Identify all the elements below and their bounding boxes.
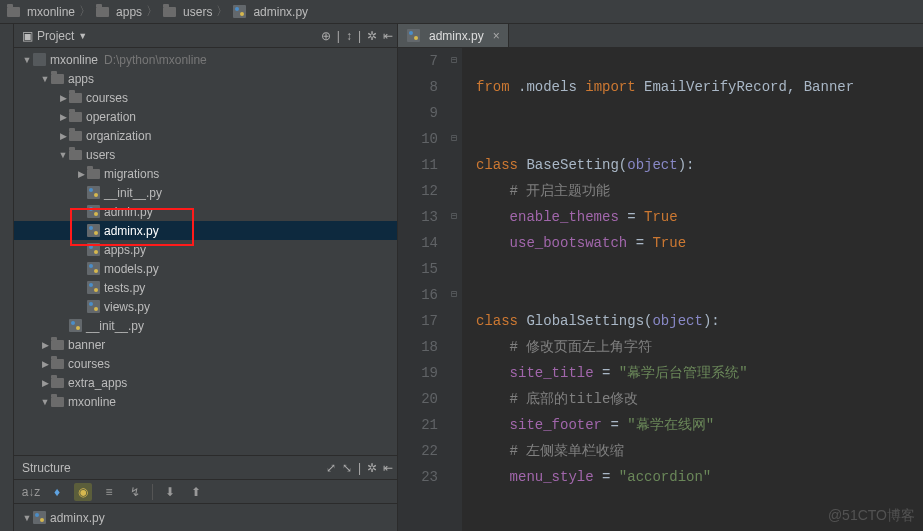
py-icon: [86, 243, 100, 256]
show-inherited-icon[interactable]: ≡: [100, 483, 118, 501]
tree-item-users[interactable]: ▼users: [14, 145, 397, 164]
folder-icon: [50, 338, 64, 351]
autoscroll-icon[interactable]: ↯: [126, 483, 144, 501]
tree-item-admin.py[interactable]: admin.py: [14, 202, 397, 221]
chevron-icon[interactable]: ▶: [58, 131, 68, 141]
project-title[interactable]: Project: [37, 29, 74, 43]
chevron-icon[interactable]: ▶: [58, 112, 68, 122]
tree-item-operation[interactable]: ▶operation: [14, 107, 397, 126]
tree-item-label: courses: [68, 357, 110, 371]
editor-tab-bar: adminx.py ×: [398, 24, 923, 48]
upload-icon[interactable]: ⬆: [187, 483, 205, 501]
line-number-gutter: 7 8 9 10 11 12 13 14 15 16 17 18 19 20 2…: [398, 48, 446, 531]
gear-icon[interactable]: ✲: [367, 461, 377, 475]
show-fields-icon[interactable]: ◉: [74, 483, 92, 501]
tree-item-apps[interactable]: ▼apps: [14, 69, 397, 88]
breadcrumb-users[interactable]: users: [162, 5, 212, 19]
sort-alpha-icon[interactable]: a↓z: [22, 483, 40, 501]
breadcrumb-mxonline[interactable]: mxonline: [6, 5, 75, 19]
chevron-icon[interactable]: ▶: [76, 169, 86, 179]
fold-gutter[interactable]: ⊟ ⊟ ⊟ ⊟: [446, 48, 462, 531]
tree-item-__init__.py[interactable]: __init__.py: [14, 316, 397, 335]
hide-icon[interactable]: ⇤: [383, 461, 393, 475]
chevron-icon[interactable]: ▼: [58, 150, 68, 160]
close-icon[interactable]: ×: [493, 29, 500, 43]
py-icon: [86, 262, 100, 275]
tree-item-label: extra_apps: [68, 376, 127, 390]
folder-icon: [50, 376, 64, 389]
py-icon: [86, 205, 100, 218]
breadcrumb: mxonline〉apps〉users〉adminx.py: [0, 0, 923, 24]
tree-item-banner[interactable]: ▶banner: [14, 335, 397, 354]
collapse-all-icon[interactable]: ↕: [346, 29, 352, 43]
chevron-icon[interactable]: ▼: [22, 55, 32, 65]
tree-item-label: organization: [86, 129, 151, 143]
project-panel: ▣ Project ▼ ⊕ | ↕ | ✲ ⇤ ▼mxonlineD:\pyth…: [14, 24, 398, 531]
folder-icon: [6, 5, 20, 18]
chevron-icon[interactable]: ▶: [40, 359, 50, 369]
project-panel-header: ▣ Project ▼ ⊕ | ↕ | ✲ ⇤: [14, 24, 397, 48]
tree-item-label: banner: [68, 338, 105, 352]
tree-item-courses[interactable]: ▶courses: [14, 88, 397, 107]
separator-icon: |: [337, 29, 340, 43]
chevron-icon[interactable]: ▼: [40, 397, 50, 407]
tree-item-label: users: [86, 148, 115, 162]
folder-icon: [68, 110, 82, 123]
chevron-right-icon: 〉: [146, 3, 158, 20]
editor: adminx.py × 7 8 9 10 11 12 13 14 15 16 1…: [398, 24, 923, 531]
tree-item-models.py[interactable]: models.py: [14, 259, 397, 278]
gear-icon[interactable]: ✲: [367, 29, 377, 43]
structure-panel: Structure ⤢ ⤡ | ✲ ⇤ a↓z ♦ ◉ ≡ ↯ ⬇ ⬆: [14, 455, 397, 531]
folder-icon: [162, 5, 176, 18]
breadcrumb-apps[interactable]: apps: [95, 5, 142, 19]
chevron-right-icon: 〉: [216, 3, 228, 20]
tree-item-mxonline[interactable]: ▼mxonlineD:\python\mxonline: [14, 50, 397, 69]
chevron-down-icon[interactable]: ▼: [78, 31, 87, 41]
hide-icon[interactable]: ⇤: [383, 29, 393, 43]
folder-icon: [50, 72, 64, 85]
code-area[interactable]: 7 8 9 10 11 12 13 14 15 16 17 18 19 20 2…: [398, 48, 923, 531]
py-icon: [232, 5, 246, 18]
folder-icon: [68, 129, 82, 142]
folder-icon: [50, 395, 64, 408]
py-icon: [406, 29, 420, 42]
left-gutter: [0, 24, 14, 531]
project-icon: ▣: [22, 29, 33, 43]
py-icon: [86, 300, 100, 313]
structure-file-row[interactable]: ▼ adminx.py: [22, 508, 389, 527]
tree-item-extra_apps[interactable]: ▶extra_apps: [14, 373, 397, 392]
tree-item-label: adminx.py: [104, 224, 159, 238]
chevron-right-icon: 〉: [79, 3, 91, 20]
folder-icon: [86, 167, 100, 180]
chevron-icon[interactable]: ▶: [40, 378, 50, 388]
chevron-icon[interactable]: ▶: [58, 93, 68, 103]
separator-icon: |: [358, 461, 361, 475]
tree-item-__init__.py[interactable]: __init__.py: [14, 183, 397, 202]
tree-item-mxonline[interactable]: ▼mxonline: [14, 392, 397, 411]
project-tree[interactable]: ▼mxonlineD:\python\mxonline▼apps▶courses…: [14, 48, 397, 455]
tree-item-migrations[interactable]: ▶migrations: [14, 164, 397, 183]
breadcrumb-adminx.py[interactable]: adminx.py: [232, 5, 308, 19]
tree-item-adminx.py[interactable]: adminx.py: [14, 221, 397, 240]
tree-item-views.py[interactable]: views.py: [14, 297, 397, 316]
filter-icon[interactable]: ♦: [48, 483, 66, 501]
editor-tab[interactable]: adminx.py ×: [398, 24, 509, 47]
chevron-icon[interactable]: ▼: [40, 74, 50, 84]
tree-item-apps.py[interactable]: apps.py: [14, 240, 397, 259]
tree-item-organization[interactable]: ▶organization: [14, 126, 397, 145]
tree-item-label: admin.py: [104, 205, 153, 219]
py-icon: [86, 281, 100, 294]
chevron-icon[interactable]: ▶: [40, 340, 50, 350]
tree-item-label: __init__.py: [86, 319, 144, 333]
tree-item-courses[interactable]: ▶courses: [14, 354, 397, 373]
scroll-from-source-icon[interactable]: ⊕: [321, 29, 331, 43]
structure-title[interactable]: Structure: [22, 461, 71, 475]
separator-icon: |: [358, 29, 361, 43]
expand-all-icon[interactable]: ⤢: [326, 461, 336, 475]
tree-item-tests.py[interactable]: tests.py: [14, 278, 397, 297]
code-text[interactable]: from .models import EmailVerifyRecord, B…: [462, 48, 923, 531]
collapse-all-icon[interactable]: ⤡: [342, 461, 352, 475]
tree-item-label: __init__.py: [104, 186, 162, 200]
download-icon[interactable]: ⬇: [161, 483, 179, 501]
folder-icon: [95, 5, 109, 18]
